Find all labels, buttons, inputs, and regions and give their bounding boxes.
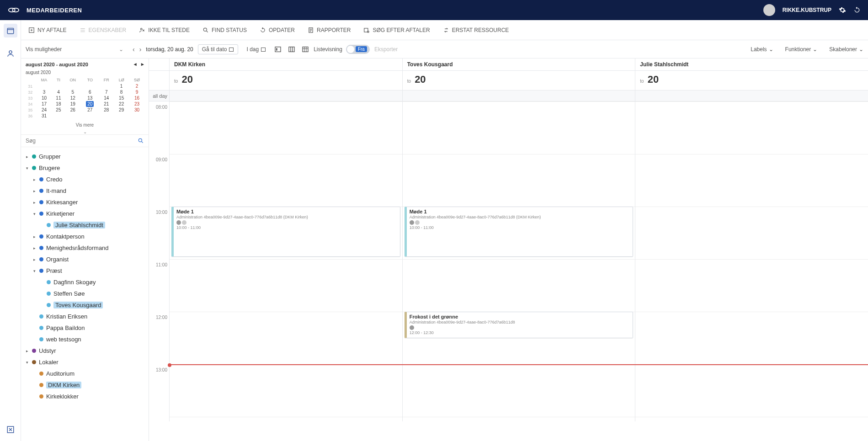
tree-item[interactable]: ▾Lokaler [21, 358, 149, 367]
expand-toggle[interactable]: ▾ [32, 212, 37, 216]
minical-day[interactable] [52, 83, 64, 89]
minical-day[interactable] [114, 113, 129, 119]
minical-day[interactable] [99, 113, 114, 119]
minical-day[interactable]: 26 [64, 107, 81, 113]
minical-day[interactable]: 11 [52, 95, 64, 101]
chevron-down-icon[interactable]: ⌄ [21, 129, 149, 134]
tree-item[interactable]: ▸Kontaktperson [21, 232, 149, 241]
minical-day[interactable] [64, 113, 81, 119]
tree-item[interactable]: web testsogn [21, 335, 149, 344]
ga-til-dato-button[interactable]: Gå til dato [198, 44, 239, 54]
tree-item[interactable]: ▾Brugere [21, 164, 149, 172]
allday-cell[interactable] [635, 90, 868, 101]
minical-day[interactable]: 28 [99, 107, 114, 113]
minical-day[interactable]: 10 [36, 95, 53, 101]
skabeloner-dropdown[interactable]: Skabeloner⌄ [829, 46, 863, 53]
tb-erstat[interactable]: ERSTAT RESSOURCE [443, 27, 509, 33]
minical-day[interactable]: 4 [52, 89, 64, 95]
resource-tree[interactable]: ▸Grupper▾Brugere▸Credo▸It-mand▸Kirkesang… [21, 147, 149, 441]
expand-toggle[interactable]: ▾ [32, 269, 37, 273]
minical-day[interactable]: 1 [114, 83, 129, 89]
tree-item[interactable]: Dagfinn Skogøy [21, 278, 149, 287]
minical-prev[interactable]: ◂ [134, 61, 137, 67]
tree-item[interactable]: Kristian Eriksen [21, 312, 149, 321]
minical-day[interactable] [52, 113, 64, 119]
tree-item[interactable]: Kirkeklokker [21, 392, 149, 401]
expand-toggle[interactable]: ▸ [32, 246, 37, 250]
tb-find-status[interactable]: FIND STATUS [202, 27, 247, 33]
minical-day[interactable]: 25 [52, 107, 64, 113]
list-toggle[interactable]: Fra [346, 45, 370, 54]
minical-day[interactable] [64, 83, 81, 89]
minical-day[interactable]: 9 [129, 89, 145, 95]
search-icon[interactable] [138, 138, 144, 144]
vis-muligheder[interactable]: Vis muligheder [26, 46, 62, 53]
tree-item[interactable]: ▸Grupper [21, 152, 149, 161]
minical-day[interactable]: 14 [99, 95, 114, 101]
expand-toggle[interactable]: ▸ [32, 257, 37, 262]
minical-day[interactable]: 30 [129, 107, 145, 113]
tree-item[interactable]: Julie Stahlschmidt [21, 221, 149, 229]
expand-toggle[interactable]: ▸ [32, 234, 37, 239]
minical-day[interactable]: 31 [36, 113, 53, 119]
expand-toggle[interactable]: ▸ [25, 349, 29, 353]
minical-day[interactable]: 6 [81, 89, 99, 95]
search-input[interactable] [26, 138, 138, 144]
tree-item[interactable]: ▸Organist [21, 255, 149, 264]
minical-day[interactable] [99, 83, 114, 89]
allday-cell[interactable] [169, 90, 402, 101]
minical-day[interactable]: 18 [52, 101, 64, 107]
minical-day[interactable]: 15 [114, 95, 129, 101]
calendar-event[interactable]: Frokost i det grønneAdministration 4bea0… [405, 312, 634, 338]
minical-day[interactable] [81, 83, 99, 89]
day-column[interactable] [635, 101, 868, 421]
tree-item[interactable]: Steffen Søe [21, 289, 149, 298]
minical-day[interactable]: 12 [64, 95, 81, 101]
minical-day[interactable]: 19 [64, 101, 81, 107]
tree-item[interactable]: Pappa Baildon [21, 324, 149, 332]
tree-item[interactable]: ▸Udstyr [21, 346, 149, 355]
tree-item[interactable]: DKM Kirken [21, 381, 149, 389]
gear-icon[interactable] [839, 6, 846, 14]
minical-day[interactable]: 20 [81, 101, 99, 107]
tree-item[interactable]: Toves Kousgaard [21, 301, 149, 309]
tree-item[interactable]: ▸Menighedsrådsformand [21, 244, 149, 252]
minical-day[interactable]: 3 [36, 89, 53, 95]
minical-day[interactable]: 2 [129, 83, 145, 89]
view-day-icon[interactable] [274, 46, 282, 53]
tb-sog-efter[interactable]: SØG EFTER AFTALER [363, 27, 430, 33]
minical-day[interactable] [129, 113, 145, 119]
chevron-down-icon[interactable]: ⌄ [119, 46, 123, 53]
tree-item[interactable]: ▾Kirketjener [21, 209, 149, 218]
minical-day[interactable]: 8 [114, 89, 129, 95]
expand-toggle[interactable]: ▾ [25, 360, 29, 365]
calendar-event[interactable]: Møde 1Administration 4bea009e-9d27-4aae-… [171, 207, 400, 257]
minical-day[interactable]: 13 [81, 95, 99, 101]
expand-toggle[interactable]: ▸ [32, 200, 37, 205]
tree-item[interactable]: ▸Credo [21, 175, 149, 184]
expand-toggle[interactable]: ▸ [32, 189, 37, 193]
tb-ny-aftale[interactable]: NY AFTALE [28, 27, 67, 33]
minical-day[interactable]: 23 [129, 101, 145, 107]
day-column[interactable]: Møde 1Administration 4bea009e-9d27-4aae-… [169, 101, 402, 421]
refresh-icon[interactable] [853, 6, 861, 14]
tree-item[interactable]: Auditorium [21, 369, 149, 378]
avatar[interactable] [763, 4, 775, 16]
minical-day[interactable] [36, 83, 53, 89]
tree-item[interactable]: ▾Præst [21, 266, 149, 275]
minical-day[interactable]: 17 [36, 101, 53, 107]
vis-mere[interactable]: Vis mere [21, 121, 149, 129]
allday-cell[interactable] [402, 90, 635, 101]
minical-day[interactable]: 24 [36, 107, 53, 113]
expand-toggle[interactable]: ▾ [25, 166, 29, 170]
rail-close[interactable] [4, 423, 17, 436]
minical-table[interactable]: MATIONTOFRLØSØ 3112323456789331011121314… [25, 77, 145, 119]
minical-day[interactable]: 27 [81, 107, 99, 113]
minical-next[interactable]: ▸ [141, 61, 144, 67]
rail-person[interactable] [4, 47, 17, 60]
day-column[interactable]: Møde 1Administration 4bea009e-9d27-4aae-… [402, 101, 635, 421]
minical-day[interactable]: 7 [99, 89, 114, 95]
view-week-icon[interactable] [288, 46, 295, 53]
prev-arrow[interactable]: ‹ [133, 46, 135, 53]
minical-day[interactable]: 22 [114, 101, 129, 107]
